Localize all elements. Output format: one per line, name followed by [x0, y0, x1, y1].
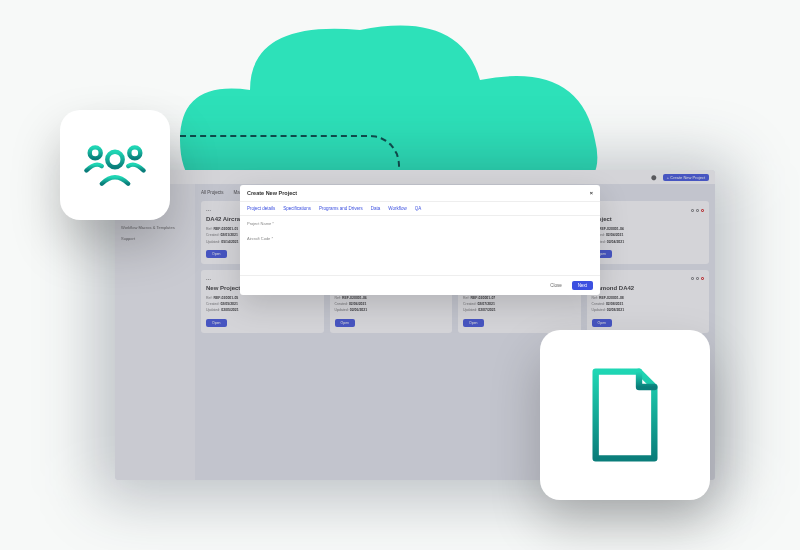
project-name-field-label[interactable]: Project Name *	[247, 221, 593, 226]
sidebar-item-workflow-macros[interactable]: Workflow Macros & Templates	[119, 223, 191, 232]
card-meta: Ref: REF-020001-04Created: 02/04/2021Upd…	[592, 226, 705, 245]
modal-tabs: Project details Specifications Programs …	[240, 202, 600, 216]
open-button[interactable]: Open	[463, 319, 484, 327]
people-group-icon	[82, 132, 148, 198]
next-button[interactable]: Next	[572, 281, 593, 290]
card-meta: Ref: REF-020001-08Created: 02/08/2021Upd…	[592, 295, 705, 314]
modal-tab-qa[interactable]: QA	[415, 206, 422, 211]
modal-tab-programs[interactable]: Programs and Drivers	[319, 206, 363, 211]
modal-tab-details[interactable]: Project details	[247, 206, 275, 211]
close-button[interactable]: Close	[546, 281, 566, 290]
project-card[interactable]: ⋯ProjectRef: REF-020001-04Created: 02/04…	[587, 201, 710, 264]
tab-all-projects[interactable]: All Projects	[201, 190, 224, 195]
project-card[interactable]: ⋯Diamond DA42Ref: REF-020001-08Created: …	[587, 270, 710, 333]
modal-title: Create New Project	[247, 190, 297, 196]
sidebar-item-support[interactable]: Support	[119, 234, 191, 243]
topbar-user: ⬤	[651, 174, 657, 180]
modal-tab-workflow[interactable]: Workflow	[388, 206, 406, 211]
card-title: Diamond DA42	[592, 285, 705, 291]
document-tile	[540, 330, 710, 500]
document-icon	[574, 364, 676, 466]
people-tile	[60, 110, 170, 220]
sidebar: Projects Data Browser Program Online Wor…	[115, 184, 195, 480]
create-project-modal: Create New Project × Project details Spe…	[240, 185, 600, 295]
app-topbar: ⬤ + Create New Project	[115, 170, 715, 184]
create-project-button[interactable]: + Create New Project	[663, 174, 709, 181]
card-meta: Ref: REF-020001-05Created: 02/05/2021Upd…	[206, 295, 319, 314]
svg-point-1	[90, 147, 101, 158]
modal-tab-data[interactable]: Data	[371, 206, 381, 211]
open-button[interactable]: Open	[592, 319, 613, 327]
modal-tab-specs[interactable]: Specifications	[283, 206, 311, 211]
svg-point-0	[107, 152, 122, 167]
open-button[interactable]: Open	[206, 319, 227, 327]
open-button[interactable]: Open	[206, 250, 227, 258]
card-meta: Ref: REF-020001-06Created: 02/06/2021Upd…	[335, 295, 448, 314]
card-title: Project	[592, 216, 705, 222]
aircraft-code-field-label[interactable]: Aircraft Code *	[247, 236, 593, 241]
card-meta: Ref: REF-020001-07Created: 02/07/2021Upd…	[463, 295, 576, 314]
open-button[interactable]: Open	[335, 319, 356, 327]
svg-point-2	[129, 147, 140, 158]
close-icon[interactable]: ×	[590, 190, 593, 196]
